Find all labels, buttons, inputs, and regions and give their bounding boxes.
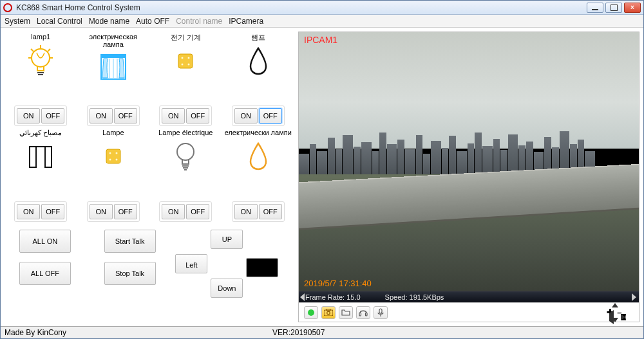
svg-rect-13 [178,54,193,68]
on-button[interactable]: ON [162,108,185,124]
device-buttons: ON OFF [159,105,212,126]
svg-point-17 [188,64,190,66]
svg-point-32 [327,311,330,315]
on-button[interactable]: ON [234,204,258,219]
device-label: lamp1 [31,33,50,42]
minimize-button[interactable] [587,3,603,13]
device-label: مصباح كهربائي [19,129,62,138]
close-button[interactable]: × [624,3,641,13]
bulb-outline-icon [175,140,196,172]
on-button[interactable]: ON [90,204,113,219]
version: VER:20190507 [272,328,325,337]
ptz-left-icon[interactable] [599,310,614,324]
svg-rect-35 [379,309,382,313]
on-button[interactable]: ON [162,204,185,219]
device-5: مصباح كهربائي ON OFF [6,129,76,222]
app-icon [3,3,12,12]
ptz-right-icon[interactable] [621,314,626,320]
device-label: 램프 [251,33,265,42]
device-1: lamp1 ON [6,33,76,126]
device-label: Lampe [102,129,124,138]
svg-rect-18 [30,147,36,167]
svg-point-25 [115,159,117,161]
menu-local-control[interactable]: Local Control [37,17,82,26]
svg-point-23 [115,152,117,154]
menu-ipcamera[interactable]: IPCamera [229,17,263,26]
svg-point-14 [182,57,184,59]
left-button[interactable]: Left [175,254,207,273]
off-button[interactable]: OFF [114,204,137,219]
titlebar: KC868 Smart Home Control System × [1,1,643,15]
on-button[interactable]: ON [17,108,40,124]
ptz-control: ✚ – [595,304,634,322]
all-on-button[interactable]: ALL ON [19,230,71,253]
device-label: Lampe électrique [158,129,213,138]
camera-feed[interactable]: IPCAM1 2019/5/7 17:31:40 [299,32,639,291]
device-grid: lamp1 ON [6,33,293,222]
folder-button[interactable] [339,306,353,319]
off-button[interactable]: OFF [41,204,64,219]
svg-point-22 [109,152,111,154]
start-talk-button[interactable]: Start Talk [104,230,156,253]
off-button[interactable]: OFF [114,108,137,124]
statusbar: Made By KinCony VER:20190507 [1,326,643,338]
device-7: Lampe électrique ON OFF [151,129,221,222]
curtain-blue-icon [100,51,127,83]
off-button[interactable]: OFF [259,108,282,124]
device-label: електрически лампи [225,129,292,138]
camera-status-bar: Frame Rate: 15.0 Speed: 191.5KBps [299,291,639,302]
maximize-button[interactable] [605,3,622,13]
main-area: lamp1 ON [1,28,643,326]
headphone-button[interactable] [356,306,370,319]
all-off-button[interactable]: ALL OFF [19,262,71,285]
device-buttons: ON OFF [87,201,140,222]
device-8: електрически лампи ON OFF [223,129,294,222]
device-label: 전기 기계 [171,33,201,42]
speed: Speed: 191.5KBps [385,293,444,301]
down-button[interactable]: Down [211,279,243,298]
right-button[interactable]: Right [246,258,278,277]
svg-rect-21 [106,149,120,163]
made-by: Made By KinCony [5,328,66,337]
device-buttons: ON OFF [232,105,285,126]
svg-line-2 [31,49,33,51]
mic-button[interactable] [374,306,388,319]
off-button[interactable]: OFF [259,204,282,219]
device-buttons: ON OFF [159,201,212,222]
device-2: электрическая лампа ON OFF [79,33,149,126]
menubar: System Local Control Mode name Auto OFF … [1,15,643,28]
camera-toolbar: ✚ – [299,302,639,322]
droplet-orange-icon [248,140,269,172]
svg-line-3 [48,49,50,51]
square-yellow-icon [106,140,121,172]
square-yellow-icon [178,45,193,77]
menu-mode-name[interactable]: Mode name [89,17,129,26]
off-button[interactable]: OFF [186,204,209,219]
ptz-up-icon[interactable] [612,303,618,307]
svg-rect-9 [101,55,126,58]
menu-control-name: Control name [176,17,222,26]
camera-timestamp: 2019/5/7 17:31:40 [304,279,372,288]
camera-panel: IPCAM1 2019/5/7 17:31:40 Frame Rate: 15.… [298,32,639,322]
svg-rect-19 [45,147,52,167]
device-buttons: ON OFF [14,105,67,126]
gate-outline-icon [27,140,54,172]
on-button[interactable]: ON [90,108,113,124]
off-button[interactable]: OFF [186,108,209,124]
svg-point-24 [109,159,111,161]
menu-system[interactable]: System [5,17,30,26]
snapshot-button[interactable] [321,306,336,319]
menu-auto-off[interactable]: Auto OFF [136,17,169,26]
off-button[interactable]: OFF [41,108,64,124]
up-button[interactable]: UP [211,230,243,249]
svg-point-15 [188,57,190,59]
camera-label: IPCAM1 [304,35,337,45]
stop-talk-button[interactable]: Stop Talk [104,262,156,285]
on-button[interactable]: ON [17,204,40,219]
direction-pad: UP Left Right Down [175,230,278,294]
svg-point-16 [182,64,184,66]
window-title: KC868 Smart Home Control System [16,3,585,12]
on-button[interactable]: ON [234,108,258,124]
device-buttons: ON OFF [87,105,140,126]
record-button[interactable] [304,306,318,319]
